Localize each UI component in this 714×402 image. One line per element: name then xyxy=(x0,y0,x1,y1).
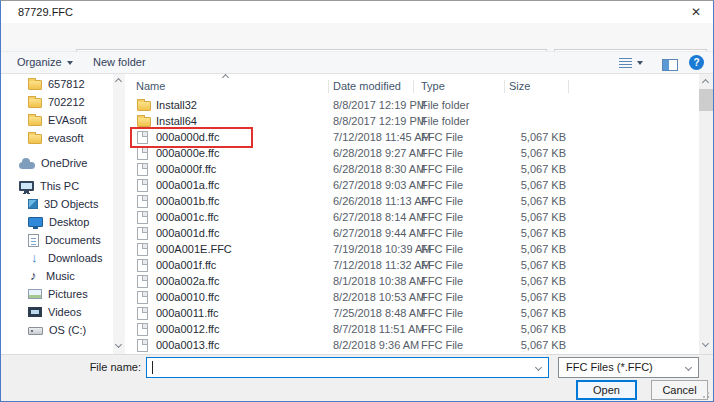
sidebar-item-this-pc[interactable]: This PC xyxy=(1,177,113,195)
sidebar-item-desktop[interactable]: Desktop xyxy=(1,213,113,231)
file-row[interactable]: 000a001b.ffc6/26/2018 11:13 AMFFC File5,… xyxy=(125,193,699,209)
sidebar-item-label: OneDrive xyxy=(41,157,87,169)
sidebar-item-downloads[interactable]: Downloads xyxy=(1,249,113,267)
drive-icon xyxy=(28,327,43,335)
row-icon-cell xyxy=(125,99,156,111)
file-row[interactable]: 000a000f.ffc6/28/2018 8:30 AMFFC File5,0… xyxy=(125,161,699,177)
help-button[interactable]: ? xyxy=(689,55,704,70)
close-icon: ✕ xyxy=(691,5,701,19)
file-row[interactable]: 000A001E.FFC7/19/2018 10:39 AMFFC File5,… xyxy=(125,241,699,257)
sort-ascending-icon xyxy=(222,74,229,81)
preview-pane-icon xyxy=(662,59,678,71)
cancel-button[interactable]: Cancel xyxy=(651,380,708,400)
row-icon-cell xyxy=(125,323,156,336)
scroll-down-icon[interactable] xyxy=(115,341,122,348)
sidebar-item-videos[interactable]: Videos xyxy=(1,303,113,321)
file-name: 000a001d.ffc xyxy=(156,227,333,239)
column-header-size[interactable]: Size xyxy=(509,77,530,95)
resize-grip[interactable] xyxy=(707,396,709,398)
caret-down-icon xyxy=(637,61,643,65)
file-name-combo xyxy=(146,357,549,378)
close-button[interactable]: ✕ xyxy=(681,2,711,22)
file-size: 5,067 KB xyxy=(509,275,566,287)
date-modified: 6/28/2018 8:30 AM xyxy=(333,163,421,175)
date-modified: 8/1/2018 10:38 AM xyxy=(333,275,421,287)
sidebar-item-music[interactable]: Music xyxy=(1,267,113,285)
file-type: FFC File xyxy=(421,227,509,239)
column-header-type[interactable]: Type xyxy=(421,77,445,95)
sidebar-item-702212[interactable]: 702212 xyxy=(1,93,113,111)
file-row[interactable]: 000a001d.ffc6/27/2018 9:44 AMFFC File5,0… xyxy=(125,225,699,241)
organize-button[interactable]: Organize xyxy=(17,52,73,73)
file-row[interactable]: 000a0010.ffc8/2/2018 10:53 AMFFC File5,0… xyxy=(125,289,699,305)
folder-icon xyxy=(137,117,151,127)
file-row[interactable]: 000a0013.ffc8/2/2018 9:36 AMFFC File5,06… xyxy=(125,337,699,353)
sidebar-item-label: Pictures xyxy=(48,288,88,300)
change-view-button[interactable] xyxy=(619,52,643,73)
sidebar-item-evasoft[interactable]: EVAsoft xyxy=(1,111,113,129)
folder-row[interactable]: Install328/8/2017 12:19 PMFile folder xyxy=(125,97,699,113)
sidebar-item-label: 702212 xyxy=(48,96,85,108)
open-button[interactable]: Open xyxy=(576,380,637,400)
file-size: 5,067 KB xyxy=(509,339,566,351)
scroll-up-icon[interactable] xyxy=(702,79,709,86)
folder-icon xyxy=(137,101,151,111)
sidebar-scrollbar[interactable] xyxy=(113,74,125,354)
file-type: FFC File xyxy=(421,147,509,159)
sidebar-item-os-c[interactable]: OS (C:) xyxy=(1,321,113,339)
file-icon xyxy=(137,163,148,176)
onedrive-icon xyxy=(19,162,35,169)
sidebar-item-onedrive[interactable]: OneDrive xyxy=(1,154,113,172)
file-type: File folder xyxy=(421,115,509,127)
file-row[interactable]: 000a0012.ffc8/7/2018 11:51 AMFFC File5,0… xyxy=(125,321,699,337)
file-name: 000a002a.ffc xyxy=(156,275,333,287)
date-modified: 6/26/2018 11:13 AM xyxy=(333,195,421,207)
documents-icon xyxy=(28,234,39,247)
date-modified: 7/19/2018 10:39 AM xyxy=(333,243,421,255)
column-header-date-modified[interactable]: Date modified xyxy=(333,77,401,95)
scrollbar-thumb[interactable] xyxy=(699,89,714,111)
file-type: FFC File xyxy=(421,339,509,351)
list-view-icon xyxy=(619,58,632,68)
sidebar-item-pictures[interactable]: Pictures xyxy=(1,285,113,303)
file-row[interactable]: 000a001f.ffc7/12/2018 11:32 AMFFC File5,… xyxy=(125,257,699,273)
scroll-down-icon[interactable] xyxy=(702,340,709,347)
file-name-input[interactable] xyxy=(151,359,526,376)
file-row[interactable]: 000a0011.ffc7/25/2018 8:48 AMFFC File5,0… xyxy=(125,305,699,321)
sidebar-item-evasoft[interactable]: evasoft xyxy=(1,129,113,147)
thispc-icon xyxy=(19,181,34,191)
file-size: 5,067 KB xyxy=(509,259,566,271)
column-divider[interactable] xyxy=(413,80,414,93)
file-list-scrollbar[interactable] xyxy=(699,74,714,354)
new-folder-button[interactable]: New folder xyxy=(93,52,146,73)
sidebar-item-3d-objects[interactable]: 3D Objects xyxy=(1,195,113,213)
scroll-up-icon[interactable] xyxy=(115,78,122,85)
file-size: 5,067 KB xyxy=(509,323,566,335)
column-divider[interactable] xyxy=(328,80,329,93)
sidebar-item-label: OS (C:) xyxy=(49,324,86,336)
date-modified: 8/2/2018 9:36 AM xyxy=(333,339,421,351)
toolbar: Organize New folder ? xyxy=(1,51,713,74)
file-icon xyxy=(137,339,148,352)
file-type: FFC File xyxy=(421,323,509,335)
row-icon-cell xyxy=(125,243,156,256)
sidebar-item-label: Music xyxy=(46,270,75,282)
preview-pane-button[interactable] xyxy=(662,54,678,75)
file-type: FFC File xyxy=(421,179,509,191)
file-type-filter-dropdown[interactable]: FFC Files (*.FFC) xyxy=(558,357,699,378)
desktop-icon xyxy=(28,217,43,227)
file-row[interactable]: 000a001c.ffc6/27/2018 8:14 AMFFC File5,0… xyxy=(125,209,699,225)
file-name: 000a0010.ffc xyxy=(156,291,333,303)
column-divider[interactable] xyxy=(504,80,505,93)
sidebar-item-documents[interactable]: Documents xyxy=(1,231,113,249)
file-type: FFC File xyxy=(421,131,509,143)
file-row[interactable]: 000a001a.ffc6/27/2018 9:03 AMFFC File5,0… xyxy=(125,177,699,193)
column-divider[interactable] xyxy=(568,80,569,93)
column-header-name[interactable]: Name xyxy=(136,77,165,95)
sidebar-item-label: 3D Objects xyxy=(44,198,98,210)
file-row[interactable]: 000a002a.ffc8/1/2018 10:38 AMFFC File5,0… xyxy=(125,273,699,289)
file-type: FFC File xyxy=(421,291,509,303)
row-icon-cell xyxy=(125,227,156,240)
sidebar-item-657812[interactable]: 657812 xyxy=(1,75,113,93)
chevron-down-icon[interactable] xyxy=(535,364,542,371)
